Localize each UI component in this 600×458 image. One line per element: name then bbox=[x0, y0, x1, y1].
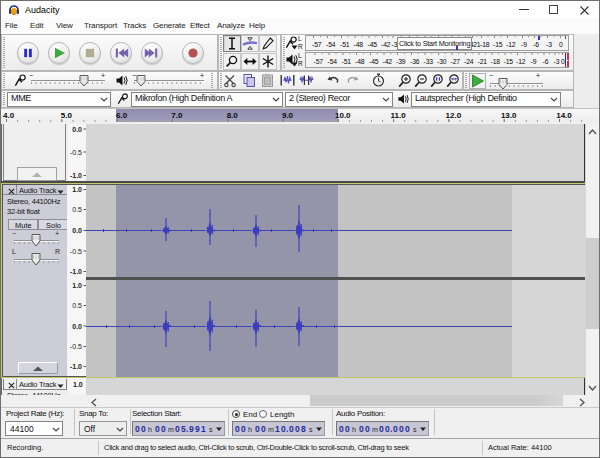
svg-text:8.0: 8.0 bbox=[227, 111, 239, 120]
svg-text:0: 0 bbox=[399, 424, 404, 434]
svg-text:s: s bbox=[309, 426, 313, 433]
svg-text:-0.5: -0.5 bbox=[70, 343, 82, 350]
svg-text:0: 0 bbox=[261, 424, 266, 434]
svg-text:-1.0: -1.0 bbox=[70, 363, 82, 370]
svg-text:0: 0 bbox=[359, 424, 364, 434]
svg-text:0: 0 bbox=[135, 424, 140, 434]
svg-text:h: h bbox=[248, 426, 252, 433]
svg-text:-6: -6 bbox=[533, 41, 539, 48]
svg-text:0: 0 bbox=[345, 424, 350, 434]
svg-text:-51: -51 bbox=[340, 41, 350, 48]
svg-text:9: 9 bbox=[189, 424, 194, 434]
svg-text:0: 0 bbox=[235, 424, 240, 434]
svg-text:9.0: 9.0 bbox=[282, 111, 294, 120]
svg-text:7.0: 7.0 bbox=[171, 111, 183, 120]
svg-text:8: 8 bbox=[301, 424, 306, 434]
svg-text:0.0: 0.0 bbox=[72, 126, 82, 133]
svg-text:s: s bbox=[413, 426, 417, 433]
svg-text:0: 0 bbox=[175, 424, 180, 434]
svg-text:-39: -39 bbox=[396, 58, 406, 65]
svg-text:0: 0 bbox=[405, 424, 410, 434]
svg-text:-0.5: -0.5 bbox=[70, 149, 82, 156]
svg-text:1: 1 bbox=[201, 424, 206, 434]
svg-text:-57: -57 bbox=[312, 41, 322, 48]
svg-text:0: 0 bbox=[365, 424, 370, 434]
svg-text:-12: -12 bbox=[516, 58, 526, 65]
svg-text:-3: -3 bbox=[546, 41, 552, 48]
svg-text:-54: -54 bbox=[326, 41, 336, 48]
svg-text:-15: -15 bbox=[504, 58, 514, 65]
svg-text:1.0: 1.0 bbox=[72, 282, 82, 289]
svg-text:-9: -9 bbox=[531, 58, 537, 65]
svg-text:-12: -12 bbox=[506, 41, 516, 48]
svg-text:0: 0 bbox=[339, 424, 344, 434]
svg-text:0: 0 bbox=[141, 424, 146, 434]
svg-text:1: 1 bbox=[275, 424, 280, 434]
svg-text:-57: -57 bbox=[314, 58, 324, 65]
svg-text:0: 0 bbox=[241, 424, 246, 434]
svg-text:m: m bbox=[168, 426, 174, 433]
svg-text:h: h bbox=[148, 426, 152, 433]
svg-text:9: 9 bbox=[195, 424, 200, 434]
svg-text:-1.0: -1.0 bbox=[70, 268, 82, 275]
svg-text:-15: -15 bbox=[493, 41, 503, 48]
svg-text:m: m bbox=[268, 426, 274, 433]
svg-text:-30: -30 bbox=[437, 58, 447, 65]
svg-text:m: m bbox=[372, 426, 378, 433]
svg-text:-42: -42 bbox=[381, 41, 391, 48]
svg-text:10.0: 10.0 bbox=[335, 111, 351, 120]
svg-text:13.0: 13.0 bbox=[501, 111, 517, 120]
svg-text:0: 0 bbox=[161, 424, 166, 434]
svg-text:-3: -3 bbox=[554, 58, 560, 65]
svg-text:4.0: 4.0 bbox=[3, 111, 15, 120]
svg-text:-48: -48 bbox=[355, 58, 365, 65]
svg-text:1.0: 1.0 bbox=[72, 186, 82, 193]
svg-text:-51: -51 bbox=[342, 58, 352, 65]
svg-text:-54: -54 bbox=[328, 58, 338, 65]
svg-text:11.0: 11.0 bbox=[391, 111, 407, 120]
svg-text:0: 0 bbox=[393, 424, 398, 434]
svg-text:-48: -48 bbox=[354, 41, 364, 48]
svg-text:-42: -42 bbox=[383, 58, 393, 65]
svg-text:0.5: 0.5 bbox=[72, 206, 82, 213]
svg-text:0: 0 bbox=[289, 424, 294, 434]
svg-text:-1.0: -1.0 bbox=[70, 172, 82, 179]
svg-text:14.0: 14.0 bbox=[556, 111, 572, 120]
svg-text:h: h bbox=[352, 426, 356, 433]
svg-text:-6: -6 bbox=[543, 58, 549, 65]
svg-text:-36: -36 bbox=[410, 58, 420, 65]
svg-text:5.0: 5.0 bbox=[61, 111, 73, 120]
svg-text:0: 0 bbox=[559, 41, 563, 48]
svg-text:0: 0 bbox=[155, 424, 160, 434]
svg-text:0: 0 bbox=[379, 424, 384, 434]
svg-text:0.5: 0.5 bbox=[72, 302, 82, 309]
svg-text:-45: -45 bbox=[368, 41, 378, 48]
svg-text:-45: -45 bbox=[369, 58, 379, 65]
svg-text:0.0: 0.0 bbox=[72, 227, 82, 234]
svg-text:-18: -18 bbox=[491, 58, 501, 65]
svg-text:-33: -33 bbox=[424, 58, 434, 65]
svg-text:-21: -21 bbox=[478, 58, 488, 65]
svg-text:12.0: 12.0 bbox=[446, 111, 462, 120]
svg-text:-24: -24 bbox=[464, 58, 474, 65]
svg-text:-9: -9 bbox=[521, 41, 527, 48]
svg-text:s: s bbox=[209, 426, 213, 433]
svg-text:0.0: 0.0 bbox=[72, 323, 82, 330]
svg-text:-27: -27 bbox=[451, 58, 461, 65]
svg-text:6.0: 6.0 bbox=[116, 111, 128, 120]
svg-text:-0.5: -0.5 bbox=[70, 248, 82, 255]
svg-text:0: 0 bbox=[295, 424, 300, 434]
svg-text:0: 0 bbox=[255, 424, 260, 434]
svg-text:-18: -18 bbox=[480, 41, 490, 48]
